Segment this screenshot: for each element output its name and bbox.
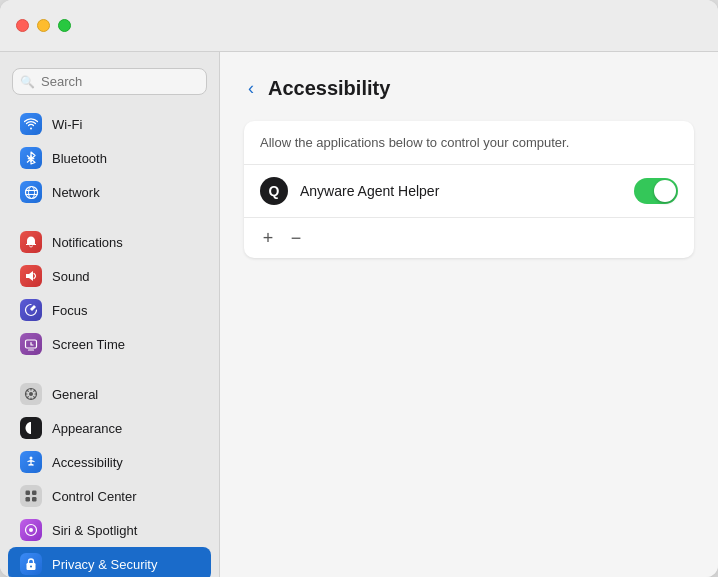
screentime-label: Screen Time bbox=[52, 337, 125, 352]
notifications-label: Notifications bbox=[52, 235, 123, 250]
focus-icon bbox=[20, 299, 42, 321]
bluetooth-icon: + bbox=[20, 147, 42, 169]
svg-point-14 bbox=[30, 566, 32, 568]
appearance-label: Appearance bbox=[52, 421, 122, 436]
panel-header: ‹ Accessibility bbox=[244, 76, 694, 101]
svg-rect-8 bbox=[32, 491, 37, 496]
svg-rect-7 bbox=[26, 491, 31, 496]
network-icon bbox=[20, 181, 42, 203]
svg-point-0 bbox=[25, 186, 37, 198]
appearance-icon bbox=[20, 417, 42, 439]
privacy-icon bbox=[20, 553, 42, 575]
siri-label: Siri & Spotlight bbox=[52, 523, 137, 538]
search-container: 🔍 bbox=[0, 64, 219, 107]
app-permission-row: Q Anyware Agent Helper bbox=[244, 165, 694, 218]
network-label: Network bbox=[52, 185, 100, 200]
svg-rect-9 bbox=[26, 497, 31, 502]
general-label: General bbox=[52, 387, 98, 402]
sidebar-group-media: Notifications Sound bbox=[0, 225, 219, 361]
sidebar: 🔍 Wi-Fi bbox=[0, 52, 220, 577]
sidebar-group-network: Wi-Fi + Bluetooth bbox=[0, 107, 219, 209]
bluetooth-label: Bluetooth bbox=[52, 151, 107, 166]
app-icon-char: Q bbox=[269, 183, 280, 199]
permission-card: Allow the applications below to control … bbox=[244, 121, 694, 258]
accessibility-icon bbox=[20, 451, 42, 473]
sidebar-item-siri[interactable]: Siri & Spotlight bbox=[8, 513, 211, 547]
sidebar-item-notifications[interactable]: Notifications bbox=[8, 225, 211, 259]
back-button[interactable]: ‹ bbox=[244, 76, 258, 101]
controlcenter-icon bbox=[20, 485, 42, 507]
controlcenter-label: Control Center bbox=[52, 489, 137, 504]
app-name: Anyware Agent Helper bbox=[300, 183, 622, 199]
sidebar-item-wifi[interactable]: Wi-Fi bbox=[8, 107, 211, 141]
sidebar-item-appearance[interactable]: Appearance bbox=[8, 411, 211, 445]
sound-label: Sound bbox=[52, 269, 90, 284]
sidebar-item-sound[interactable]: Sound bbox=[8, 259, 211, 293]
sidebar-item-bluetooth[interactable]: + Bluetooth bbox=[8, 141, 211, 175]
accessibility-label: Accessibility bbox=[52, 455, 123, 470]
svg-point-1 bbox=[28, 186, 34, 198]
wifi-icon bbox=[20, 113, 42, 135]
sidebar-item-focus[interactable]: Focus bbox=[8, 293, 211, 327]
privacy-label: Privacy & Security bbox=[52, 557, 157, 572]
sidebar-item-network[interactable]: Network bbox=[8, 175, 211, 209]
svg-rect-10 bbox=[32, 497, 37, 502]
titlebar bbox=[0, 0, 718, 52]
siri-icon bbox=[20, 519, 42, 541]
sidebar-group-system: General Appearance bbox=[0, 377, 219, 577]
sound-icon bbox=[20, 265, 42, 287]
minimize-button[interactable] bbox=[37, 19, 50, 32]
remove-permission-button[interactable]: − bbox=[284, 226, 308, 250]
permission-description: Allow the applications below to control … bbox=[244, 121, 694, 165]
sidebar-item-controlcenter[interactable]: Control Center bbox=[8, 479, 211, 513]
svg-point-4 bbox=[29, 392, 33, 396]
app-toggle[interactable] bbox=[634, 178, 678, 204]
sidebar-item-screentime[interactable]: Screen Time bbox=[8, 327, 211, 361]
close-button[interactable] bbox=[16, 19, 29, 32]
content-area: 🔍 Wi-Fi bbox=[0, 52, 718, 577]
permission-actions: + − bbox=[244, 218, 694, 258]
main-window: 🔍 Wi-Fi bbox=[0, 0, 718, 577]
general-icon bbox=[20, 383, 42, 405]
main-panel: ‹ Accessibility Allow the applications b… bbox=[220, 52, 718, 577]
svg-point-12 bbox=[29, 528, 33, 532]
screentime-icon bbox=[20, 333, 42, 355]
app-icon: Q bbox=[260, 177, 288, 205]
wifi-label: Wi-Fi bbox=[52, 117, 82, 132]
sidebar-item-accessibility[interactable]: Accessibility bbox=[8, 445, 211, 479]
sidebar-item-privacy[interactable]: Privacy & Security bbox=[8, 547, 211, 577]
traffic-lights bbox=[16, 19, 71, 32]
search-wrapper: 🔍 bbox=[12, 68, 207, 95]
toggle-knob bbox=[654, 180, 676, 202]
notifications-icon bbox=[20, 231, 42, 253]
maximize-button[interactable] bbox=[58, 19, 71, 32]
sidebar-item-general[interactable]: General bbox=[8, 377, 211, 411]
svg-point-6 bbox=[30, 457, 33, 460]
search-input[interactable] bbox=[12, 68, 207, 95]
page-title: Accessibility bbox=[268, 77, 390, 100]
focus-label: Focus bbox=[52, 303, 87, 318]
add-permission-button[interactable]: + bbox=[256, 226, 280, 250]
